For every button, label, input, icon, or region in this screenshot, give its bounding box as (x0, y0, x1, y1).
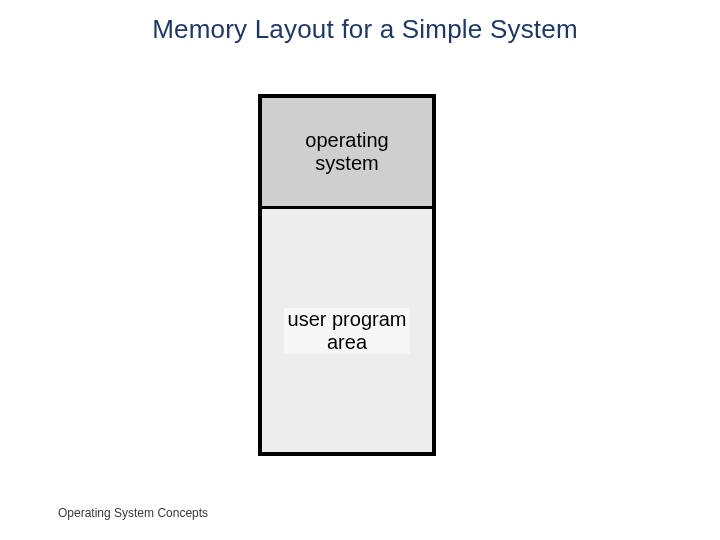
user-program-block: user program area (262, 209, 432, 452)
memory-layout-diagram: operating system user program area (258, 94, 436, 456)
os-block: operating system (262, 98, 432, 209)
footer-text: Operating System Concepts (58, 506, 208, 520)
user-program-label: user program area (284, 308, 411, 354)
page-title: Memory Layout for a Simple System (0, 14, 720, 45)
